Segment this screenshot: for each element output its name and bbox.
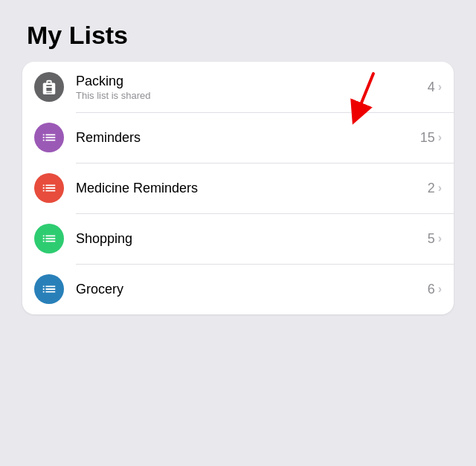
shopping-text: Shopping [76, 231, 428, 247]
medicine-meta: 2 › [428, 181, 442, 196]
grocery-chevron: › [438, 282, 442, 296]
reminders-count: 15 [420, 130, 435, 146]
list-item[interactable]: Reminders 15 › [22, 112, 454, 163]
list-item[interactable]: Medicine Reminders 2 › [22, 163, 454, 213]
grocery-count: 6 [428, 282, 435, 297]
medicine-name: Medicine Reminders [76, 181, 428, 196]
reminders-chevron: › [438, 131, 442, 144]
medicine-icon-circle [34, 173, 64, 203]
list-icon [41, 230, 57, 247]
reminders-text: Reminders [76, 130, 420, 146]
grocery-meta: 6 › [428, 282, 442, 297]
medicine-count: 2 [428, 181, 435, 196]
packing-text: Packing This list is shared [76, 74, 428, 101]
page-title: My Lists [22, 21, 454, 50]
list-icon [41, 180, 57, 196]
medicine-text: Medicine Reminders [76, 181, 428, 196]
packing-count: 4 [428, 80, 435, 95]
list-item[interactable]: Shopping 5 › [22, 213, 454, 264]
reminders-meta: 15 › [420, 130, 442, 146]
list-card: Packing This list is shared 4 › [22, 62, 454, 314]
list-item[interactable]: Packing This list is shared 4 › [22, 62, 454, 112]
shopping-name: Shopping [76, 231, 428, 247]
backpack-icon [41, 79, 57, 95]
packing-meta: 4 › [428, 80, 442, 95]
reminders-icon-circle [34, 123, 64, 152]
list-icon [41, 281, 57, 297]
packing-chevron: › [438, 80, 442, 94]
shopping-count: 5 [428, 231, 435, 247]
shopping-icon-circle [34, 224, 64, 253]
reminders-name: Reminders [76, 130, 420, 146]
packing-subtitle: This list is shared [76, 90, 428, 101]
main-container: My Lists Packing This list is shared 4 › [22, 21, 454, 314]
packing-icon-circle [34, 72, 64, 102]
grocery-icon-circle [34, 274, 64, 304]
shopping-chevron: › [438, 232, 442, 245]
shopping-meta: 5 › [428, 231, 442, 247]
packing-name: Packing [76, 74, 428, 89]
list-item[interactable]: Grocery 6 › [22, 264, 454, 314]
medicine-chevron: › [438, 181, 442, 195]
grocery-name: Grocery [76, 282, 428, 297]
grocery-text: Grocery [76, 282, 428, 297]
list-icon [41, 129, 57, 146]
